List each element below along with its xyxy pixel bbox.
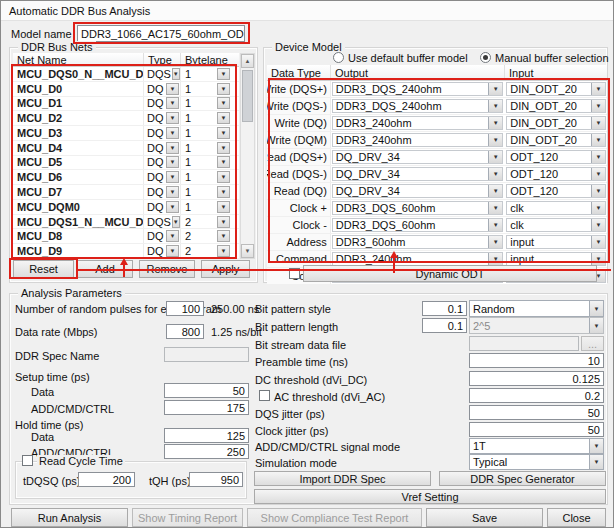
output-select[interactable]: DQ_DRV_34 ▼ xyxy=(332,150,503,164)
chevron-down-icon[interactable]: ▼ xyxy=(591,202,605,214)
ac-threshold-checkbox[interactable] xyxy=(259,390,270,401)
ac-threshold-label[interactable]: AC threshold (dVi_AC) xyxy=(274,391,385,403)
chevron-down-icon[interactable]: ▼ xyxy=(217,186,230,198)
hold-data-input[interactable]: 125 xyxy=(164,428,249,443)
close-button[interactable]: Close xyxy=(547,508,606,527)
col-header-input[interactable]: Input xyxy=(505,65,607,80)
bytelane-select[interactable]: 1 ▼ xyxy=(181,67,231,81)
dynamic-odt-button[interactable]: Dynamic ODT xyxy=(303,265,597,282)
chevron-down-icon[interactable]: ▼ xyxy=(591,117,605,129)
clock-jitter-input[interactable]: 50 xyxy=(469,422,604,437)
chevron-down-icon[interactable]: ▼ xyxy=(166,186,179,198)
chevron-down-icon[interactable]: ▼ xyxy=(217,171,230,183)
type-select[interactable]: DQ ▼ xyxy=(144,82,181,96)
dynamic-odt-checkbox[interactable] xyxy=(289,268,300,279)
type-select[interactable]: DQ ▼ xyxy=(144,97,181,111)
chevron-down-icon[interactable]: ▼ xyxy=(166,112,179,124)
bytelane-select[interactable]: 1 ▼ xyxy=(181,156,231,170)
col-header-bytelane[interactable]: Bytelane xyxy=(181,53,231,66)
chevron-down-icon[interactable]: ▼ xyxy=(488,202,502,214)
bytelane-select[interactable]: 1 ▼ xyxy=(181,185,231,199)
setup-data-input[interactable]: 50 xyxy=(164,383,249,398)
scroll-up-icon[interactable]: ▲ xyxy=(241,54,254,68)
chevron-down-icon[interactable]: ▼ xyxy=(589,301,603,316)
chevron-down-icon[interactable]: ▼ xyxy=(166,245,179,257)
output-select[interactable]: DDR3_DQS_60ohm ▼ xyxy=(332,218,503,232)
show-timing-report-button[interactable]: Show Timing Report xyxy=(132,508,243,527)
output-select[interactable]: DDR3_DQS_240ohm ▼ xyxy=(332,82,503,96)
input-select[interactable]: input ▼ xyxy=(506,252,606,266)
preamble-input[interactable]: 10 xyxy=(469,353,604,368)
bytelane-select[interactable]: 2 ▼ xyxy=(181,229,231,243)
output-select[interactable]: DQ_DRV_34 ▼ xyxy=(332,184,503,198)
chevron-down-icon[interactable]: ▼ xyxy=(488,168,502,180)
chevron-down-icon[interactable]: ▼ xyxy=(488,219,502,231)
hold-acc-input[interactable]: 250 xyxy=(164,444,249,459)
chevron-down-icon[interactable]: ▼ xyxy=(488,236,502,248)
input-select[interactable]: DIN_ODT_20 ▼ xyxy=(506,82,606,96)
type-select[interactable]: DQS ▼ xyxy=(144,67,181,81)
output-select[interactable]: DDR3_240ohm ▼ xyxy=(332,116,503,130)
bit-pattern-style-select[interactable]: Random ▼ xyxy=(469,300,604,317)
chevron-down-icon[interactable]: ▼ xyxy=(488,83,502,95)
chevron-down-icon[interactable]: ▼ xyxy=(591,253,605,265)
input-select[interactable]: ODT_120 ▼ xyxy=(506,184,606,198)
chevron-down-icon[interactable]: ▼ xyxy=(591,100,605,112)
manual-buffer-radio-label[interactable]: Manual buffer selection xyxy=(495,52,609,64)
scrollbar-thumb[interactable] xyxy=(242,70,253,122)
read-cycle-checkbox[interactable] xyxy=(22,455,33,466)
col-header-net-name[interactable]: Net Name xyxy=(13,53,144,66)
input-select[interactable]: clk ▼ xyxy=(506,201,606,215)
type-select[interactable]: DQ ▼ xyxy=(144,156,181,170)
input-select[interactable]: DIN_ODT_20 ▼ xyxy=(506,116,606,130)
bit-pattern-style-input[interactable]: 0.1 xyxy=(422,301,467,316)
default-buffer-radio[interactable] xyxy=(333,52,344,63)
type-select[interactable]: DQ ▼ xyxy=(144,126,181,140)
type-select[interactable]: DQ ▼ xyxy=(144,200,181,214)
chevron-down-icon[interactable]: ▼ xyxy=(166,142,179,154)
bytelane-select[interactable]: 1 ▼ xyxy=(181,141,231,155)
chevron-down-icon[interactable]: ▼ xyxy=(217,97,230,109)
simulation-mode-select[interactable]: Typical ▼ xyxy=(469,454,604,470)
dqs-jitter-input[interactable]: 50 xyxy=(469,405,604,420)
input-select[interactable]: clk ▼ xyxy=(506,218,606,232)
chevron-down-icon[interactable]: ▼ xyxy=(166,230,179,242)
chevron-down-icon[interactable]: ▼ xyxy=(488,100,502,112)
bytelane-select[interactable]: 1 ▼ xyxy=(181,97,231,111)
chevron-down-icon[interactable]: ▼ xyxy=(217,156,230,168)
type-select[interactable]: DQ ▼ xyxy=(144,111,181,125)
chevron-down-icon[interactable]: ▼ xyxy=(591,236,605,248)
chevron-down-icon[interactable]: ▼ xyxy=(488,117,502,129)
chevron-down-icon[interactable]: ▼ xyxy=(591,134,605,146)
chevron-down-icon[interactable]: ▼ xyxy=(217,112,230,124)
chevron-down-icon[interactable]: ▼ xyxy=(166,127,179,139)
reset-button[interactable]: Reset xyxy=(13,260,74,278)
bytelane-select[interactable]: 1 ▼ xyxy=(181,170,231,184)
setup-acc-input[interactable]: 175 xyxy=(164,400,249,415)
type-select[interactable]: DQ ▼ xyxy=(144,185,181,199)
input-select[interactable]: input ▼ xyxy=(506,235,606,249)
bytelane-select[interactable]: 1 ▼ xyxy=(181,200,231,214)
add-button[interactable]: Add xyxy=(77,260,133,278)
manual-buffer-radio[interactable] xyxy=(480,52,491,63)
run-analysis-button[interactable]: Run Analysis xyxy=(11,508,128,527)
chevron-down-icon[interactable]: ▼ xyxy=(589,455,603,469)
save-button[interactable]: Save xyxy=(426,508,543,527)
chevron-down-icon[interactable]: ▼ xyxy=(217,201,230,213)
input-select[interactable]: DIN_ODT_20 ▼ xyxy=(506,99,606,113)
input-select[interactable]: ODT_120 ▼ xyxy=(506,167,606,181)
vref-setting-button[interactable]: Vref Setting xyxy=(254,489,606,504)
chevron-down-icon[interactable]: ▼ xyxy=(166,171,179,183)
signal-mode-select[interactable]: 1T ▼ xyxy=(469,438,604,454)
show-compliance-report-button[interactable]: Show Compliance Test Report xyxy=(247,508,422,527)
chevron-down-icon[interactable]: ▼ xyxy=(591,185,605,197)
chevron-down-icon[interactable]: ▼ xyxy=(166,156,179,168)
chevron-down-icon[interactable]: ▼ xyxy=(166,83,179,95)
ac-threshold-input[interactable]: 0.2 xyxy=(469,388,604,403)
chevron-down-icon[interactable]: ▼ xyxy=(217,127,230,139)
apply-button[interactable]: Apply xyxy=(201,260,250,278)
col-header-output[interactable]: Output xyxy=(331,65,505,80)
output-select[interactable]: DQ_DRV_34 ▼ xyxy=(332,167,503,181)
col-header-type[interactable]: Type xyxy=(144,53,181,66)
tqh-input[interactable]: 950 xyxy=(189,472,243,487)
